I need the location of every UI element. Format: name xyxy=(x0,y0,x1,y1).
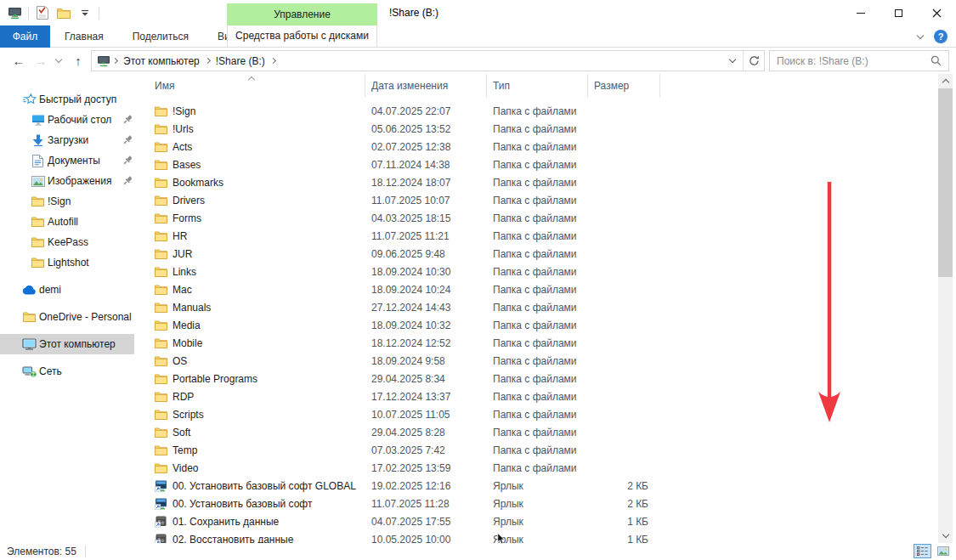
sidebar-item-сеть[interactable]: Сеть xyxy=(0,361,140,382)
tab-share[interactable]: Поделиться xyxy=(118,25,203,47)
column-header-date-modified[interactable]: Дата изменения xyxy=(365,74,487,98)
file-row[interactable]: !Urls05.06.2025 13:52Папка с файлами xyxy=(140,120,660,138)
file-row[interactable]: !Sign04.07.2025 22:07Папка с файлами xyxy=(140,102,660,120)
sidebar-item-onedrive-personal[interactable]: OneDrive - Personal xyxy=(0,307,140,327)
file-name[interactable]: Portable Programs xyxy=(173,373,257,385)
file-row[interactable]: Mobile18.12.2024 12:52Папка с файлами xyxy=(140,334,660,352)
tab-drive-tools[interactable]: Средства работы с дисками xyxy=(227,25,377,47)
search-input[interactable] xyxy=(770,55,931,67)
file-name[interactable]: Mobile xyxy=(173,337,202,349)
file-name[interactable]: !Urls xyxy=(173,123,194,135)
file-name[interactable]: Links xyxy=(173,266,196,278)
vertical-scrollbar[interactable] xyxy=(938,74,953,543)
refresh-button[interactable] xyxy=(744,51,764,71)
address-bar[interactable]: Этот компьютер !Share (B:) xyxy=(91,50,765,71)
sidebar-item-быстрый-доступ[interactable]: Быстрый доступ xyxy=(0,89,140,110)
file-name[interactable]: Temp xyxy=(173,444,197,456)
file-name[interactable]: Video xyxy=(173,462,198,474)
tab-file[interactable]: Файл xyxy=(0,25,50,48)
file-name[interactable]: Bookmarks xyxy=(173,177,223,189)
sidebar-item-рабочий-стол[interactable]: Рабочий стол xyxy=(0,110,140,130)
file-name[interactable]: HR xyxy=(173,230,187,242)
file-name[interactable]: Bases xyxy=(173,159,201,171)
file-name[interactable]: RDP xyxy=(173,391,194,403)
address-dropdown-chevron-icon[interactable] xyxy=(722,51,743,71)
sidebar-item--sign[interactable]: !Sign xyxy=(0,191,140,212)
breadcrumb-chevron-icon[interactable] xyxy=(112,58,118,64)
file-name[interactable]: Manuals xyxy=(173,302,211,314)
file-name[interactable]: Forms xyxy=(173,212,201,224)
file-name[interactable]: Media xyxy=(173,320,201,331)
sidebar-item-загрузки[interactable]: Загрузки xyxy=(0,130,140,150)
file-name[interactable]: JUR xyxy=(173,248,192,260)
back-button[interactable]: ← xyxy=(8,48,29,74)
search-icon[interactable] xyxy=(931,55,942,66)
thumbnail-view-button[interactable] xyxy=(934,544,952,558)
properties-check-icon[interactable] xyxy=(35,5,50,20)
sidebar-item-этот-компьютер[interactable]: Этот компьютер xyxy=(0,334,140,354)
file-row[interactable]: Bases07.11.2024 14:38Папка с файлами xyxy=(140,156,660,173)
file-name[interactable]: OS xyxy=(173,355,187,367)
file-row[interactable]: HR11.07.2025 11:21Папка с файлами xyxy=(140,227,660,245)
file-row[interactable]: Video17.02.2025 13:59Папка с файлами xyxy=(140,459,660,477)
tab-home[interactable]: Главная xyxy=(50,25,118,47)
file-name[interactable]: Acts xyxy=(173,141,192,153)
close-button[interactable] xyxy=(918,0,956,25)
details-view-button[interactable] xyxy=(914,544,931,558)
contextual-tab-management[interactable]: Управление xyxy=(227,3,377,25)
file-row[interactable]: Media18.09.2024 10:32Папка с файлами xyxy=(140,316,660,334)
scroll-down-chevron-icon[interactable] xyxy=(938,529,953,543)
breadcrumb-share-drive[interactable]: !Share (B:) xyxy=(212,55,269,67)
sidebar-item-keepass[interactable]: KeePass xyxy=(0,232,140,252)
sidebar-item-lightshot[interactable]: Lightshot xyxy=(0,252,140,273)
file-name[interactable]: 00. Установить базовый софт GLOBAL xyxy=(173,480,356,492)
help-icon[interactable]: ? xyxy=(934,30,948,43)
file-row[interactable]: 00. Установить базовый софт11.07.2025 11… xyxy=(140,495,660,512)
maximize-button[interactable] xyxy=(880,0,918,25)
column-header-type[interactable]: Тип xyxy=(487,74,588,98)
file-row[interactable]: Forms04.03.2025 18:15Папка с файлами xyxy=(140,209,660,227)
file-row[interactable]: 01. Сохранить данные04.07.2025 17:55Ярлы… xyxy=(140,512,660,530)
file-name[interactable]: Drivers xyxy=(173,195,205,206)
column-header-name[interactable]: Имя xyxy=(140,74,365,98)
ribbon-expand-chevron-icon[interactable] xyxy=(917,31,924,38)
breadcrumb-this-pc[interactable]: Этот компьютер xyxy=(120,55,203,67)
file-name[interactable]: 00. Установить базовый софт xyxy=(173,498,312,510)
file-row[interactable]: RDP17.12.2024 13:37Папка с файлами xyxy=(140,387,660,405)
breadcrumb-chevron-icon[interactable] xyxy=(270,58,276,64)
up-button[interactable]: ↑ xyxy=(68,48,88,74)
file-name[interactable]: Scripts xyxy=(173,409,204,421)
file-row[interactable]: 00. Установить базовый софт GLOBAL19.02.… xyxy=(140,477,660,495)
file-row[interactable]: Bookmarks18.12.2024 18:07Папка с файлами xyxy=(140,173,660,191)
new-folder-icon[interactable] xyxy=(56,5,71,20)
file-row[interactable]: Soft29.04.2025 8:28Папка с файлами xyxy=(140,423,660,441)
file-row[interactable]: Temp07.03.2025 7:42Папка с файлами xyxy=(140,441,660,459)
minimize-button[interactable] xyxy=(841,0,880,25)
scroll-up-chevron-icon[interactable] xyxy=(938,74,953,88)
recent-locations-chevron-icon[interactable] xyxy=(52,48,65,74)
sidebar-item-autofill[interactable]: Autofill xyxy=(0,212,140,232)
file-row[interactable]: Mac18.09.2024 10:24Папка с файлами xyxy=(140,280,660,298)
this-pc-icon[interactable] xyxy=(7,5,22,20)
file-row[interactable]: JUR09.06.2025 9:48Папка с файлами xyxy=(140,245,660,263)
file-row[interactable]: Scripts10.07.2025 11:05Папка с файлами xyxy=(140,405,660,423)
customize-qat-icon[interactable] xyxy=(77,5,93,20)
file-name[interactable]: 02. Восстановить данные xyxy=(173,534,293,544)
breadcrumb-chevron-icon[interactable] xyxy=(205,58,211,64)
file-row[interactable]: Portable Programs29.04.2025 8:34Папка с … xyxy=(140,370,660,387)
file-row[interactable]: Links18.09.2024 10:30Папка с файлами xyxy=(140,263,660,280)
file-name[interactable]: Soft xyxy=(173,427,190,438)
sidebar-item-изображения[interactable]: Изображения xyxy=(0,171,140,191)
file-row[interactable]: Acts02.07.2025 12:38Папка с файлами xyxy=(140,138,660,156)
file-row[interactable]: OS18.09.2024 9:58Папка с файлами xyxy=(140,352,660,370)
sidebar-item-demi[interactable]: demi xyxy=(0,280,140,300)
forward-button[interactable]: → xyxy=(31,48,51,74)
file-row[interactable]: Manuals27.12.2024 14:43Папка с файлами xyxy=(140,298,660,316)
file-row[interactable]: 02. Восстановить данные10.05.2025 10:00Я… xyxy=(140,530,660,543)
file-row[interactable]: Drivers11.07.2025 10:07Папка с файлами xyxy=(140,191,660,209)
file-name[interactable]: 01. Сохранить данные xyxy=(173,516,279,528)
scrollbar-thumb[interactable] xyxy=(938,88,953,277)
column-header-size[interactable]: Размер xyxy=(588,74,660,98)
sidebar-item-документы[interactable]: Документы xyxy=(0,150,140,171)
file-name[interactable]: !Sign xyxy=(173,105,195,117)
